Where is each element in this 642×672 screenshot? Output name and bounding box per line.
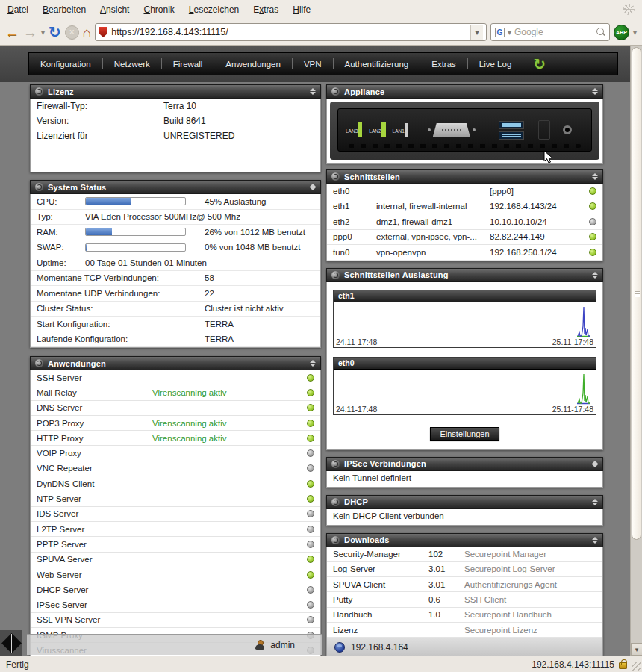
panel-appliance-header[interactable]: Appliance (326, 84, 603, 99)
panel-auslastung-header[interactable]: Schnittstellen Auslastung (326, 268, 603, 282)
right-column: Appliance LAN3LAN2LAN1 (326, 84, 603, 656)
panel-ipsec-header[interactable]: IPSec Verbindungen (326, 457, 603, 471)
tab-firewall[interactable]: Firewall (162, 60, 214, 69)
history-dropdown-icon[interactable]: ▾ (41, 28, 45, 37)
app-row-dns-server[interactable]: DNS Server (31, 401, 320, 416)
panel-downloads-header[interactable]: Downloads (326, 533, 603, 547)
app-row-dyndns-client[interactable]: DynDNS Client (31, 476, 320, 491)
adblock-dropdown-icon[interactable]: ▾ (633, 28, 637, 37)
status-led-off (307, 616, 314, 623)
tab-vpn[interactable]: VPN (293, 60, 333, 69)
url-text[interactable]: https://192.168.4.143:11115/ (111, 27, 467, 37)
port-label: LAN3 (346, 128, 358, 134)
securepoint-icon (35, 183, 43, 191)
download-row-putty[interactable]: Putty0.6SSH Client (327, 592, 602, 607)
menu-item-lesezeichen[interactable]: Lesezeichen (189, 4, 239, 15)
scrollbar-down-button[interactable]: ▾ (631, 643, 642, 656)
tab-netzwerk[interactable]: Netzwerk (103, 60, 161, 69)
app-row-spuva-server[interactable]: SPUVA Server (31, 553, 320, 567)
tab-authentifizierung[interactable]: Authentifizierung (334, 60, 420, 69)
url-dropdown-icon[interactable]: ▾ (470, 25, 483, 40)
app-row-ipsec-server[interactable]: IPSec Server (31, 597, 320, 612)
forward-button[interactable]: → (23, 25, 37, 40)
collapse-icon[interactable] (592, 173, 598, 180)
panel-lizenz-header[interactable]: Lizenz (30, 84, 321, 99)
panel-title: Appliance (344, 87, 384, 96)
app-row-ssl-vpn-server[interactable]: SSL VPN Server (31, 613, 320, 628)
stop-button[interactable]: × (65, 25, 79, 40)
interface-row-ppp0[interactable]: ppp0external, vpn-ipsec, vpn-...82.82.24… (327, 230, 602, 246)
app-row-vnc-repeater[interactable]: VNC Repeater (31, 461, 320, 476)
collapse-icon[interactable] (310, 184, 316, 190)
interface-row-eth1[interactable]: eth1internal, firewall-internal192.168.4… (327, 199, 602, 215)
download-version: 1.0 (428, 610, 464, 619)
collapse-icon[interactable] (310, 88, 316, 95)
panel-schnittstellen-header[interactable]: Schnittstellen (326, 169, 603, 184)
interface-row-tun0[interactable]: tun0vpn-openvpn192.168.250.1/24 (327, 245, 602, 261)
panel-schnittstellen-body: eth0[ppp0]eth1internal, firewall-interna… (326, 184, 603, 261)
search-bar[interactable]: G ▾ Google (490, 23, 610, 41)
menu-item-bearbeiten[interactable]: Bearbeiten (43, 4, 86, 15)
interface-row-eth0[interactable]: eth0[ppp0] (327, 184, 602, 199)
download-row-log-server[interactable]: Log-Server3.01Securepoint Log-Server (327, 562, 602, 577)
tab-live-log[interactable]: Live Log (468, 60, 523, 69)
collapse-icon[interactable] (592, 537, 598, 544)
collapse-icon[interactable] (592, 88, 598, 95)
tab-extras[interactable]: Extras (420, 60, 467, 69)
search-icon[interactable] (596, 28, 605, 37)
app-row-mail-relay[interactable]: Mail RelayVirenscanning aktiv (31, 385, 320, 400)
menu-item-extras[interactable]: Extras (253, 4, 278, 15)
menu-item-hilfe[interactable]: Hilfe (293, 4, 311, 15)
einstellungen-button[interactable]: Einstellungen (430, 427, 499, 441)
app-row-pptp-server[interactable]: PPTP Server (31, 537, 320, 552)
download-row-lizenz[interactable]: LizenzSecurepoint Lizenz (327, 623, 602, 638)
url-bar[interactable]: https://192.168.4.143:11115/ ▾ (95, 23, 487, 41)
collapse-icon[interactable] (592, 272, 598, 279)
collapse-icon[interactable] (592, 499, 598, 505)
download-row-handbuch[interactable]: Handbuch1.0Securepoint Handbuch (327, 608, 602, 623)
system-status-row: Uptime:00 Tage 01 Stunden 01 Minuten (31, 255, 320, 271)
panel-system-status-header[interactable]: System Status (30, 180, 321, 194)
search-engine-dropdown-icon[interactable]: ▾ (508, 28, 511, 37)
reload-button[interactable]: ↻ (49, 25, 61, 40)
adblock-icon[interactable]: ABP (614, 25, 629, 40)
collapse-icon[interactable] (592, 461, 598, 467)
search-engine-icon[interactable]: G (495, 28, 505, 37)
app-row-ids-server[interactable]: IDS Server (31, 507, 320, 522)
window-scrollbar[interactable]: ▾ (630, 46, 642, 656)
menu-item-chronik[interactable]: Chronik (143, 4, 174, 15)
row-label: Laufende Konfiguration: (37, 335, 205, 343)
app-row-http-proxy[interactable]: HTTP ProxyVirenscanning aktiv (31, 431, 320, 446)
app-note: Virenscanning aktiv (152, 434, 304, 443)
status-led-on (307, 435, 314, 442)
row-value: 0% von 1048 MB benutzt (205, 243, 314, 252)
collapse-icon[interactable] (310, 360, 316, 367)
scrollbar-thumb[interactable] (632, 47, 641, 540)
app-row-ntp-server[interactable]: NTP Server (31, 491, 320, 506)
back-button[interactable]: ← (5, 25, 19, 40)
panel-dhcp-header[interactable]: DHCP (326, 495, 603, 509)
panel-anwendungen-header[interactable]: Anwendungen (30, 356, 321, 370)
app-row-pop3-proxy[interactable]: POP3 ProxyVirenscanning aktiv (31, 416, 320, 431)
download-desc: Authentifizierungs Agent (464, 580, 596, 589)
refresh-icon[interactable]: ↻ (533, 55, 546, 73)
sidebar-collapse-handle[interactable] (0, 630, 22, 656)
search-input[interactable]: Google (514, 27, 593, 37)
resize-grip[interactable] (632, 662, 641, 671)
download-desc: Securepoint Handbuch (464, 610, 596, 619)
interface-row-eth2[interactable]: eth2dmz1, firewall-dmz110.10.10.10/24 (327, 214, 602, 230)
tab-anwendungen[interactable]: Anwendungen (214, 60, 292, 69)
app-row-dhcp-server[interactable]: DHCP Server (31, 582, 320, 597)
download-row-spuva-client[interactable]: SPUVA Client3.01Authentifizierungs Agent (327, 577, 602, 592)
download-row-security-manager[interactable]: Security-Manager102Securepoint Manager (327, 547, 602, 562)
menu-item-ansicht[interactable]: Ansicht (100, 4, 129, 15)
system-status-row: SWAP:0% von 1048 MB benutzt (31, 240, 320, 256)
app-row-l2tp-server[interactable]: L2TP Server (31, 522, 320, 537)
securepoint-icon (331, 460, 340, 468)
home-button[interactable]: ⌂ (83, 25, 91, 40)
tab-konfiguration[interactable]: Konfiguration (29, 60, 102, 69)
app-row-ssh-server[interactable]: SSH Server (31, 370, 320, 385)
app-row-voip-proxy[interactable]: VOIP Proxy (31, 446, 320, 461)
menu-item-datei[interactable]: Datei (7, 4, 28, 15)
app-row-web-server[interactable]: Web Server (31, 567, 320, 582)
